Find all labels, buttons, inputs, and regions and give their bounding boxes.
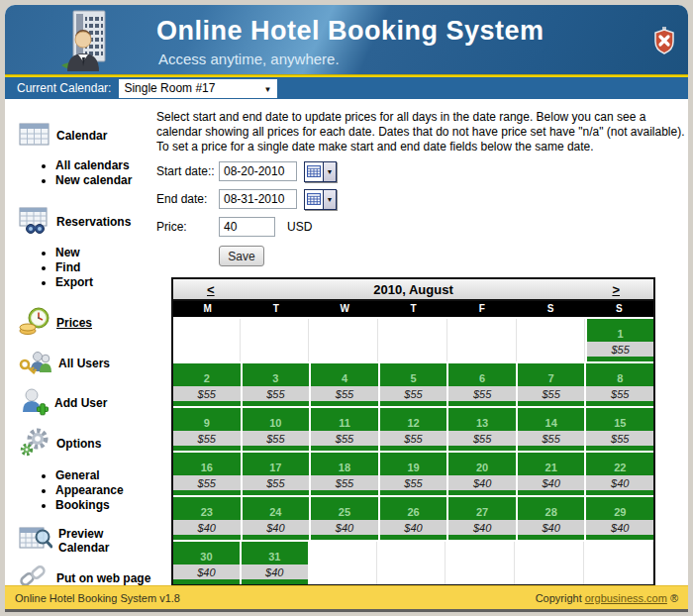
day-number: 7 <box>518 363 585 386</box>
sidebar-subitem-export[interactable]: Export <box>55 275 153 290</box>
day-cell-spacer <box>243 535 310 540</box>
calendar-day-cell[interactable]: 3$55 <box>243 363 310 406</box>
save-button[interactable]: Save <box>219 246 264 266</box>
calendar-day-cell[interactable]: 4$55 <box>311 363 378 406</box>
calendar-select[interactable]: Single Room #17 <box>119 79 277 98</box>
calendar-table-icon <box>19 121 50 151</box>
day-cell-spacer <box>586 535 653 540</box>
sidebar-item-options[interactable]: Options <box>19 427 153 461</box>
start-date-picker-button[interactable] <box>304 161 337 182</box>
day-number: 26 <box>380 497 447 520</box>
calendar-day-cell[interactable]: 27$40 <box>448 497 516 540</box>
orgbusiness-link[interactable]: orgbusiness.com <box>585 592 667 604</box>
calendar-day-cell[interactable]: 18$55 <box>311 453 378 495</box>
end-date-input[interactable] <box>219 189 297 209</box>
sidebar-subitem-bookings[interactable]: Bookings <box>55 498 153 513</box>
day-cell-spacer <box>173 446 241 451</box>
sidebar-subitem-new[interactable]: New <box>55 246 153 260</box>
day-price: $55 <box>173 431 241 446</box>
sidebar-item-add-user[interactable]: Add User <box>19 386 153 420</box>
sidebar-subitem-appearance[interactable]: Appearance <box>55 483 153 498</box>
day-cell-spacer <box>380 446 447 451</box>
day-cell-spacer <box>243 401 310 406</box>
day-price: $55 <box>380 475 447 490</box>
sidebar-item-reservations[interactable]: Reservations <box>19 206 153 238</box>
calendar-day-cell[interactable]: 31$40 <box>242 542 308 584</box>
prev-month-link[interactable]: < <box>207 282 215 297</box>
calendar-day-cell[interactable]: 1$55 <box>587 319 653 361</box>
calendar-day-cell[interactable]: 12$55 <box>380 408 447 451</box>
calendar-day-cell[interactable]: 10$55 <box>243 408 310 451</box>
day-number: 2 <box>173 363 241 386</box>
calendar-day-cell[interactable]: 11$55 <box>311 408 378 451</box>
day-cell-spacer <box>311 401 378 406</box>
calendar-day-cell[interactable]: 22$40 <box>586 453 653 495</box>
day-cell-spacer <box>311 535 378 540</box>
day-number: 9 <box>173 408 241 431</box>
calendar-day-cell[interactable]: 30$40 <box>173 542 240 584</box>
sidebar-item-prices[interactable]: Prices <box>19 306 153 340</box>
calendar-day-cell[interactable]: 29$40 <box>586 497 653 540</box>
sidebar-subitem-all-calendars[interactable]: All calendars <box>55 158 153 173</box>
calendar-day-cell[interactable]: 7$55 <box>518 363 585 406</box>
calendar-empty-cell <box>449 319 517 361</box>
day-price: $55 <box>518 386 585 401</box>
day-price: $40 <box>586 475 653 490</box>
close-icon[interactable] <box>652 27 676 60</box>
sidebar-item-all-users[interactable]: All Users <box>19 348 153 379</box>
main-content: Select start and end date to update pric… <box>153 99 688 585</box>
day-price: $55 <box>243 475 310 490</box>
sidebar-subitem-general[interactable]: General <box>55 468 153 483</box>
instructions-text: Select start and end date to update pric… <box>156 110 688 154</box>
day-price: $55 <box>448 386 516 401</box>
start-date-input[interactable] <box>219 161 297 181</box>
calendar-day-cell[interactable]: 26$40 <box>380 497 447 540</box>
day-number: 29 <box>586 497 653 520</box>
day-number: 10 <box>243 408 310 431</box>
sidebar-item-calendar[interactable]: Calendar <box>19 121 153 151</box>
price-label: Price: <box>156 220 219 234</box>
day-price: $55 <box>518 431 585 446</box>
calendar-day-cell[interactable]: 15$55 <box>586 408 653 451</box>
hotel-building-user-icon <box>52 10 120 75</box>
calendar-day-cell[interactable]: 17$55 <box>243 453 310 495</box>
sidebar-item-preview-calendar[interactable]: Preview Calendar <box>19 525 153 557</box>
calendar-day-cell[interactable]: 6$55 <box>448 363 516 406</box>
calendar-day-cell[interactable]: 9$55 <box>173 408 241 451</box>
price-input[interactable] <box>219 217 275 237</box>
next-month-link[interactable]: > <box>612 282 620 297</box>
end-date-picker-button[interactable] <box>304 189 337 210</box>
sidebar-subitem-find[interactable]: Find <box>55 260 153 275</box>
sidebar-item-put-on-web-page[interactable]: Put on web page <box>19 564 153 585</box>
day-cell-spacer <box>448 535 516 540</box>
calendar-day-cell[interactable]: 2$55 <box>173 363 241 406</box>
calendar-empty-cell <box>517 542 584 584</box>
calendar-day-cell[interactable]: 25$40 <box>311 497 378 540</box>
preview-calendar-icon <box>19 525 52 557</box>
sidebar-subitem-new-calendar[interactable]: New calendar <box>55 173 153 188</box>
add-user-icon <box>19 386 49 420</box>
weekday-label: S <box>516 301 584 317</box>
calendar-day-cell[interactable]: 23$40 <box>173 497 241 540</box>
calendar-day-cell[interactable]: 13$55 <box>448 408 516 451</box>
calendar-day-cell[interactable]: 5$55 <box>380 363 447 406</box>
calendar-day-cell[interactable]: 21$40 <box>518 453 585 495</box>
calendar-day-cell[interactable]: 14$55 <box>518 408 585 451</box>
footer-version-text: Online Hotel Booking System v1.8 <box>15 592 180 604</box>
day-price: $40 <box>243 520 310 535</box>
day-cell-spacer <box>586 490 653 495</box>
day-number: 12 <box>380 408 447 431</box>
calendar-day-cell[interactable]: 16$55 <box>173 453 241 495</box>
current-calendar-label: Current Calendar: <box>17 81 111 95</box>
day-number: 20 <box>448 453 516 475</box>
day-number: 5 <box>380 363 447 386</box>
day-number: 11 <box>311 408 378 431</box>
calendar-day-cell[interactable]: 8$55 <box>586 363 653 406</box>
calendar-day-cell[interactable]: 19$55 <box>380 453 447 495</box>
calendar-day-cell[interactable]: 20$40 <box>448 453 516 495</box>
calendar-day-cell[interactable]: 24$40 <box>243 497 310 540</box>
day-number: 27 <box>448 497 516 520</box>
calendar-day-cell[interactable]: 28$40 <box>518 497 585 540</box>
day-number: 4 <box>311 363 378 386</box>
calendar-week-row: 9$5510$5511$5512$5513$5514$5515$55 <box>173 408 653 451</box>
